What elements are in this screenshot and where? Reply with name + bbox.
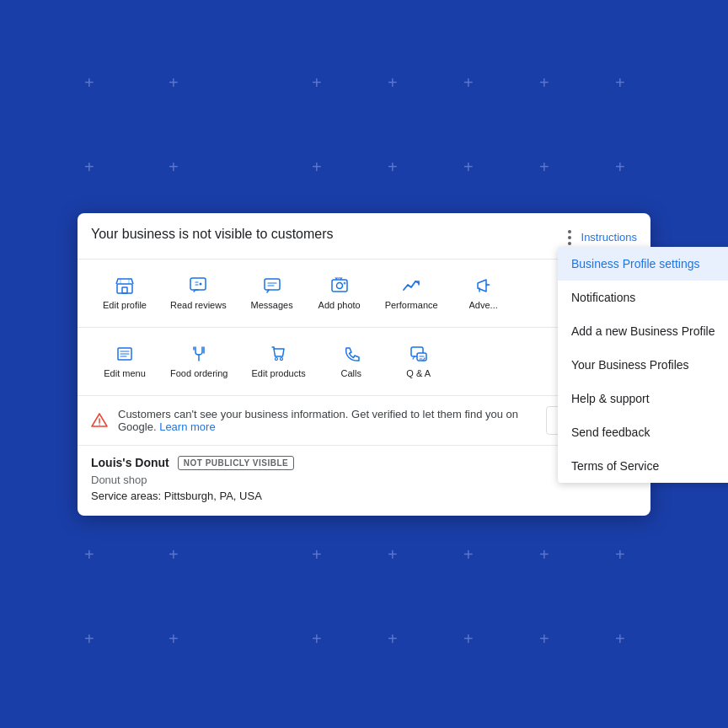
action-messages-label: Messages bbox=[251, 300, 293, 310]
dropdown-menu: Business Profile settings Notifications … bbox=[558, 247, 728, 483]
action-advertise-label: Adve... bbox=[469, 300, 498, 310]
instructions-button[interactable]: Instructions bbox=[581, 231, 637, 244]
more-options-button[interactable] bbox=[565, 227, 575, 249]
svg-point-0 bbox=[568, 230, 571, 233]
messages-icon bbox=[263, 276, 281, 295]
action-add-photo-label: Add photo bbox=[318, 300, 361, 310]
svg-point-11 bbox=[275, 357, 277, 360]
action-edit-profile[interactable]: Edit profile bbox=[91, 270, 158, 317]
calls-icon bbox=[342, 345, 361, 363]
action-edit-menu-label: Edit menu bbox=[104, 368, 146, 378]
dropdown-item-send-feedback[interactable]: Send feedback bbox=[558, 415, 728, 449]
action-edit-products[interactable]: Edit products bbox=[240, 338, 318, 385]
action-performance-label: Performance bbox=[385, 300, 438, 310]
action-messages[interactable]: Messages bbox=[238, 270, 306, 317]
store-icon bbox=[115, 276, 134, 295]
main-card: Your business is not visible to customer… bbox=[78, 213, 650, 516]
dropdown-item-add-new-profile[interactable]: Add a new Business Profile bbox=[558, 314, 728, 348]
card-header: Your business is not visible to customer… bbox=[78, 213, 650, 260]
warning-icon bbox=[91, 412, 108, 429]
action-calls-label: Calls bbox=[340, 368, 361, 378]
action-calls[interactable]: Calls bbox=[318, 338, 385, 385]
food-icon bbox=[190, 345, 208, 363]
dropdown-item-notifications[interactable]: Notifications bbox=[558, 281, 728, 314]
dropdown-item-your-profiles[interactable]: Your Business Profiles bbox=[558, 348, 728, 382]
dropdown-item-business-profile-settings[interactable]: Business Profile settings bbox=[558, 247, 728, 281]
svg-point-15 bbox=[99, 424, 99, 425]
business-name: Louis's Donut bbox=[91, 456, 169, 469]
svg-rect-3 bbox=[117, 284, 132, 293]
action-edit-menu[interactable]: Edit menu bbox=[91, 338, 158, 385]
action-qa-label: Q & A bbox=[406, 368, 431, 378]
business-type: Donut shop bbox=[91, 474, 637, 486]
svg-rect-5 bbox=[190, 278, 206, 290]
action-qa[interactable]: Q & A bbox=[385, 338, 452, 385]
not-publicly-visible-badge: NOT PUBLICLY VISIBLE bbox=[178, 456, 294, 470]
reviews-icon bbox=[189, 276, 207, 295]
svg-point-2 bbox=[568, 242, 571, 245]
action-performance[interactable]: Performance bbox=[373, 270, 450, 317]
action-read-reviews-label: Read reviews bbox=[170, 300, 227, 310]
action-advertise[interactable]: Adve... bbox=[450, 270, 517, 317]
card-title: Your business is not visible to customer… bbox=[91, 227, 334, 242]
alert-message: Customers can't see your business inform… bbox=[118, 408, 536, 433]
action-add-photo[interactable]: Add photo bbox=[306, 270, 373, 317]
add-photo-icon bbox=[330, 276, 349, 295]
svg-rect-7 bbox=[265, 279, 280, 290]
action-edit-products-label: Edit products bbox=[252, 368, 306, 378]
service-areas-value: Pittsburgh, PA, USA bbox=[164, 490, 262, 502]
svg-point-6 bbox=[200, 282, 202, 285]
svg-point-12 bbox=[280, 357, 282, 360]
dropdown-item-help-support[interactable]: Help & support bbox=[558, 382, 728, 415]
svg-rect-8 bbox=[332, 280, 347, 292]
header-actions: Instructions bbox=[565, 227, 637, 249]
advertise-icon bbox=[474, 276, 493, 295]
action-food-ordering[interactable]: Food ordering bbox=[158, 338, 240, 385]
learn-more-link[interactable]: Learn more bbox=[159, 420, 215, 433]
qa-icon bbox=[410, 345, 428, 363]
svg-point-9 bbox=[336, 282, 342, 288]
business-name-row: Louis's Donut NOT PUBLICLY VISIBLE bbox=[91, 456, 637, 470]
action-read-reviews[interactable]: Read reviews bbox=[158, 270, 238, 317]
action-edit-profile-label: Edit profile bbox=[103, 300, 147, 310]
service-areas-label: Service areas: bbox=[91, 490, 161, 502]
products-icon bbox=[270, 345, 288, 363]
dropdown-item-terms[interactable]: Terms of Service bbox=[558, 449, 728, 483]
service-areas: Service areas: Pittsburgh, PA, USA bbox=[91, 490, 637, 502]
action-food-ordering-label: Food ordering bbox=[170, 368, 228, 378]
svg-rect-4 bbox=[122, 287, 127, 293]
menu-icon bbox=[115, 345, 134, 363]
svg-point-1 bbox=[568, 236, 571, 239]
performance-icon bbox=[402, 276, 420, 295]
